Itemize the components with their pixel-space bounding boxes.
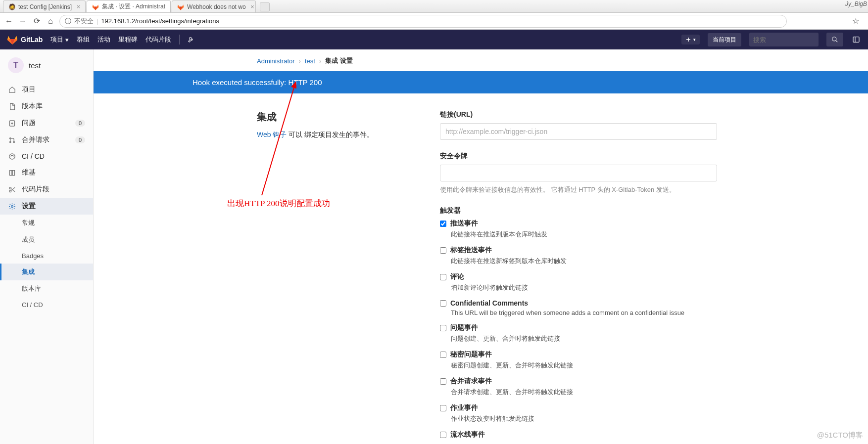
close-icon[interactable]: ×: [170, 3, 171, 10]
svg-point-4: [9, 137, 11, 139]
jenkins-icon: 🧔: [8, 3, 15, 10]
close-icon[interactable]: ×: [251, 3, 254, 10]
crumb-admin[interactable]: Administrator: [257, 57, 295, 65]
sidebar-item-wiki[interactable]: 维基: [0, 164, 93, 181]
browser-tab-gitlab-settings[interactable]: 集成 · 设置 · Administrat ×: [87, 0, 171, 12]
trigger-checkbox-row[interactable]: 作业事件: [440, 403, 717, 412]
nav-activity[interactable]: 活动: [97, 35, 110, 44]
reload-button[interactable]: ⟳: [32, 16, 42, 26]
trigger-checkbox[interactable]: [440, 378, 446, 385]
svg-point-6: [13, 141, 15, 143]
trigger-item: 合并请求事件合并请求创建、更新、合并时将触发此链接: [440, 377, 717, 397]
trigger-checkbox-row[interactable]: 推送事件: [440, 219, 717, 228]
back-button[interactable]: ←: [4, 16, 14, 26]
more-icon[interactable]: [851, 36, 861, 44]
sidebar-item-project[interactable]: 项目: [0, 81, 93, 98]
trigger-checkbox[interactable]: [440, 405, 446, 411]
current-project-button[interactable]: 当前项目: [708, 33, 741, 46]
gitlab-logo[interactable]: GitLab: [7, 34, 43, 45]
project-sidebar: T test 项目 版本库 问题0 合并请求0 CI / CD 维基 代码片段 …: [0, 49, 94, 444]
search-button[interactable]: [826, 33, 843, 46]
trigger-checkbox[interactable]: [440, 247, 446, 254]
annotation-text: 出现HTTP 200说明配置成功: [227, 198, 330, 209]
forward-button[interactable]: →: [18, 16, 28, 26]
browser-tab-webhook-issue[interactable]: Webhook does not wo ×: [172, 0, 256, 12]
info-icon: ⓘ: [65, 17, 71, 26]
settings-sub-general[interactable]: 常规: [0, 215, 93, 231]
trigger-checkbox[interactable]: [440, 432, 446, 438]
settings-sub-cicd[interactable]: CI / CD: [0, 297, 93, 312]
trigger-description: 此链接将在推送到版本仓库时触发: [451, 230, 717, 239]
token-input[interactable]: [440, 165, 717, 181]
trigger-description: 合并请求创建、更新、合并时将触发此链接: [451, 388, 717, 397]
main-content: Administrator › test › 集成 设置 Hook execut…: [94, 49, 868, 444]
settings-sub-integrations[interactable]: 集成: [0, 264, 93, 280]
url-input[interactable]: [440, 123, 717, 140]
nav-milestones[interactable]: 里程碑: [118, 35, 138, 44]
svg-point-3: [11, 123, 13, 124]
search-input[interactable]: [753, 36, 798, 44]
trigger-checkbox-row[interactable]: 问题事件: [440, 323, 717, 332]
trigger-checkbox-row[interactable]: 秘密问题事件: [440, 350, 717, 359]
settings-sub-members[interactable]: 成员: [0, 231, 93, 248]
admin-wrench-icon[interactable]: [188, 36, 194, 43]
tab-title: Webhook does not wo: [187, 3, 246, 10]
trigger-description: 增加新评论时将触发此链接: [451, 283, 717, 292]
gitlab-icon: [177, 3, 184, 10]
address-bar[interactable]: ⓘ 不安全 | 192.168.1.2/root/test/settings/i…: [59, 15, 787, 28]
nav-groups[interactable]: 群组: [77, 35, 90, 44]
svg-point-8: [9, 187, 11, 189]
trigger-checkbox[interactable]: [440, 325, 446, 331]
chevron-right-icon: ›: [319, 57, 321, 65]
home-button[interactable]: ⌂: [46, 16, 55, 26]
project-avatar: T: [8, 57, 24, 73]
settings-sub-badges[interactable]: Badges: [0, 248, 93, 264]
trigger-checkbox[interactable]: [440, 221, 446, 227]
trigger-checkbox-row[interactable]: 合并请求事件: [440, 377, 717, 386]
svg-point-0: [832, 37, 836, 41]
settings-sub-repository[interactable]: 版本库: [0, 280, 93, 297]
bookmark-star-icon[interactable]: ☆: [852, 16, 864, 26]
new-tab-button[interactable]: [260, 2, 270, 11]
new-dropdown-button[interactable]: ▾: [681, 35, 700, 44]
svg-rect-2: [9, 120, 14, 126]
nav-snippets[interactable]: 代码片段: [145, 35, 171, 44]
svg-point-7: [9, 153, 14, 159]
watermark: @51CTO博客: [817, 431, 863, 440]
sidebar-item-issues[interactable]: 问题0: [0, 115, 93, 132]
sidebar-item-snippets[interactable]: 代码片段: [0, 181, 93, 198]
insecure-label: 不安全: [74, 17, 94, 26]
trigger-checkbox-row[interactable]: Confidential Comments: [440, 299, 717, 307]
trigger-item: 推送事件此链接将在推送到版本仓库时触发: [440, 219, 717, 239]
trigger-checkbox[interactable]: [440, 300, 446, 307]
trigger-item: 流水线事件: [440, 430, 717, 439]
tab-title: test Config [Jenkins]: [18, 3, 72, 10]
mr-count-badge: 0: [75, 136, 85, 143]
project-header[interactable]: T test: [0, 53, 93, 81]
trigger-checkbox-row[interactable]: 标签推送事件: [440, 246, 717, 255]
trigger-checkbox-row[interactable]: 流水线事件: [440, 430, 717, 439]
trigger-checkbox[interactable]: [440, 274, 446, 280]
close-icon[interactable]: ×: [77, 3, 80, 10]
issues-icon: [8, 120, 16, 127]
sidebar-item-repository[interactable]: 版本库: [0, 98, 93, 115]
gitlab-top-nav: GitLab 项目 ▾ 群组 活动 里程碑 代码片段 ▾ 当前项目: [0, 30, 868, 49]
nav-projects[interactable]: 项目 ▾: [50, 35, 69, 44]
trigger-description: 秘密问题创建、更新、合并时将触发此链接: [451, 361, 717, 370]
trigger-checkbox[interactable]: [440, 352, 446, 358]
webhook-form: 链接(URL) 安全令牌 使用此令牌来验证接收信息的有效性。 它将通过 HTTP…: [440, 110, 717, 444]
trigger-description: This URL will be triggered when someone …: [451, 309, 717, 316]
trigger-item: 问题事件问题创建、更新、合并时将触发此链接: [440, 323, 717, 343]
triggers-label: 触发器: [440, 206, 717, 215]
search-box[interactable]: [749, 33, 819, 46]
sidebar-item-settings[interactable]: 设置: [0, 198, 93, 215]
issues-count-badge: 0: [75, 120, 85, 127]
brand-text: GitLab: [21, 36, 43, 44]
browser-tab-jenkins[interactable]: 🧔 test Config [Jenkins] ×: [3, 0, 86, 12]
sidebar-item-cicd[interactable]: CI / CD: [0, 148, 93, 164]
breadcrumb: Administrator › test › 集成 设置: [94, 49, 868, 71]
trigger-checkbox-row[interactable]: 评论: [440, 272, 717, 281]
crumb-project[interactable]: test: [305, 57, 315, 65]
sidebar-item-merge-requests[interactable]: 合并请求0: [0, 132, 93, 148]
chevron-down-icon: ▾: [65, 36, 69, 44]
